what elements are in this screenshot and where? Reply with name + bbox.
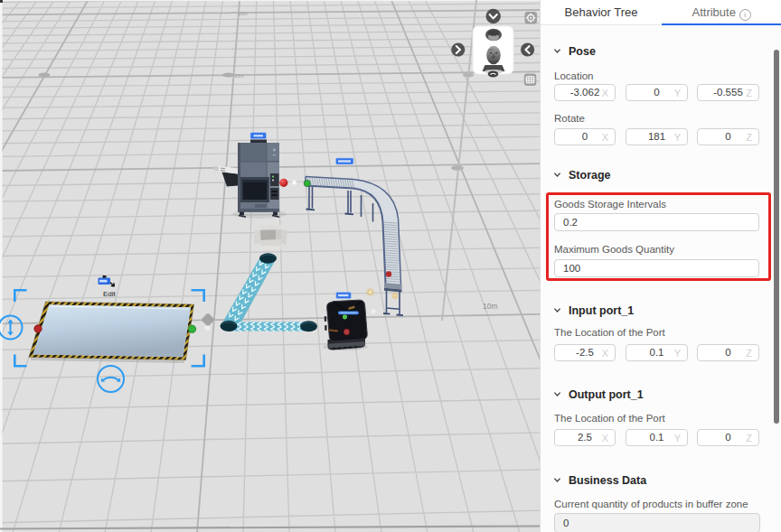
svg-text:10m: 10m [238,11,248,16]
svg-text:10m: 10m [234,73,244,79]
svg-text:10m: 10m [483,302,498,311]
svg-text:Edit: Edit [103,290,117,298]
